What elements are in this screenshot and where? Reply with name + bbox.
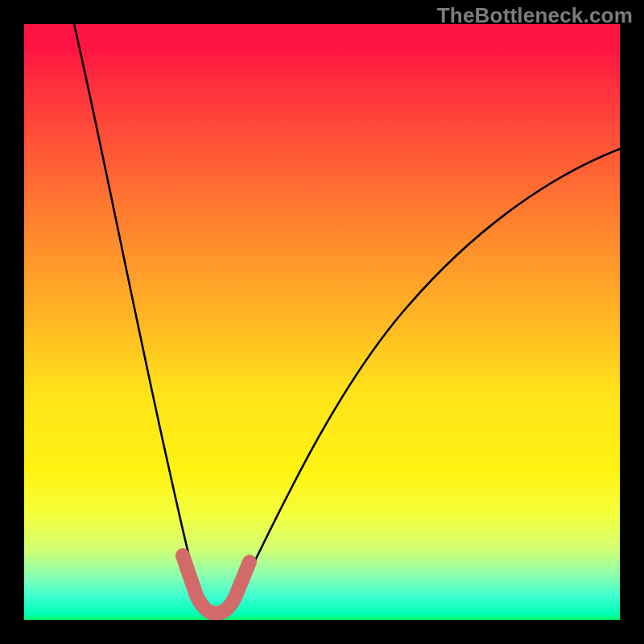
watermark-text: TheBottleneck.com xyxy=(437,3,633,28)
plot-area xyxy=(24,24,620,620)
chart-frame: TheBottleneck.com xyxy=(0,0,644,644)
curve-left xyxy=(74,24,213,618)
curve-right xyxy=(213,149,620,618)
curve-layer xyxy=(24,24,620,620)
optimal-marker xyxy=(183,555,250,613)
